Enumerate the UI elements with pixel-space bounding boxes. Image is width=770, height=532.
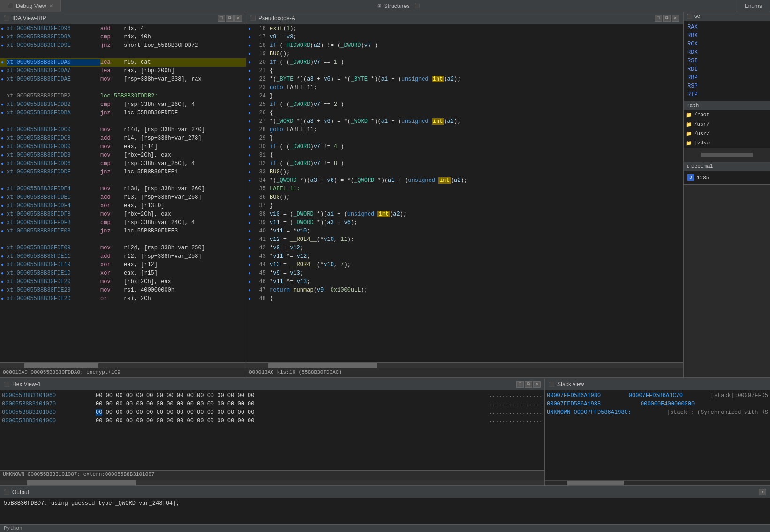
stack-hscroll[interactable] — [545, 480, 770, 485]
pseudo-line[interactable]: ●23goto LABEL_11; — [246, 83, 683, 92]
register-item[interactable]: RSP — [686, 82, 768, 90]
register-item[interactable]: RDI — [686, 65, 768, 74]
asm-line[interactable]: ●xt:000055B8B30FDE20mov[rbx+2Ch], eax — [0, 277, 246, 286]
structures-tab[interactable]: ⊞ Structures ⬛ — [61, 0, 737, 12]
ida-hscroll[interactable] — [0, 362, 246, 368]
debug-view-close[interactable]: ✕ — [49, 3, 53, 8]
ida-close-btn[interactable]: ✕ — [234, 15, 242, 22]
pseudo-line[interactable]: ●28goto LABEL_11; — [246, 126, 683, 134]
ida-float-btn[interactable]: ⧉ — [226, 15, 234, 22]
asm-line[interactable]: ●xt:000055B8B30FDDF8mov[rbx+2Ch], eax — [0, 210, 246, 218]
hex-line[interactable]: 000055B8B310107000 00 00 00 00 00 00 00 … — [2, 400, 543, 408]
pseudo-line[interactable]: ●44v13 = __ROR4__(*v10, 7); — [246, 261, 683, 269]
pseudo-line[interactable]: ●40*v11 = *v10; — [246, 227, 683, 235]
asm-line[interactable] — [0, 83, 246, 92]
pseudo-line[interactable]: ●39v11 = (_DWORD *)(a3 + v6); — [246, 218, 683, 227]
pseudo-line[interactable]: ●24} — [246, 92, 683, 100]
register-item[interactable]: RBP — [686, 74, 768, 82]
pseudo-line[interactable]: ●25if ( (_DWORD)v7 == 2 ) — [246, 100, 683, 109]
hex-close-btn[interactable]: ✕ — [533, 381, 541, 388]
asm-line[interactable]: ●xt:000055B8B30FDE11addr12, [rsp+338h+va… — [0, 252, 246, 261]
pseudo-line[interactable]: ●16exit(1); — [246, 24, 683, 33]
pseudo-line[interactable]: ●48} — [246, 294, 683, 303]
path-item[interactable]: 📁[vdso — [684, 138, 770, 148]
register-item[interactable]: RIP — [686, 90, 768, 99]
pseudo-line[interactable]: ●33BUG(); — [246, 168, 683, 176]
path-item[interactable]: 📁/usr/ — [684, 129, 770, 138]
asm-line[interactable]: ●xt:000055B8B30FDDC8addr14, [rsp+338h+va… — [0, 134, 246, 142]
hex-line[interactable]: 000055B8B310106000 00 00 00 00 00 00 00 … — [2, 391, 543, 400]
hex-float-btn[interactable]: ⧉ — [525, 381, 532, 388]
pseudo-line[interactable]: ●38v10 = (_DWORD *)(a1 + (unsigned int)a… — [246, 210, 683, 218]
asm-line[interactable]: ●xt:000055B8B30FDDA7learax, [rbp+200h] — [0, 67, 246, 75]
ida-minimize-btn[interactable]: □ — [218, 15, 225, 22]
path-item[interactable]: 📁/root — [684, 110, 770, 120]
asm-line[interactable]: ●xt:000055B8B30FDE1Dxoreax, [r15] — [0, 269, 246, 277]
pseudo-line[interactable]: ●37} — [246, 202, 683, 210]
pseudo-line[interactable]: ●21{ — [246, 67, 683, 75]
pseudo-line[interactable]: ●41v12 = __ROL4__(*v10, 11); — [246, 235, 683, 244]
ida-code-area[interactable]: ●xt:000055B8B30FDD96addrdx, 4●xt:000055B… — [0, 24, 246, 362]
asm-line[interactable]: ●xt:000055B8B30FDE09movr12d, [rsp+338h+v… — [0, 244, 246, 252]
pseudo-line[interactable]: ●19BUG(); — [246, 50, 683, 58]
output-close-btn[interactable]: ✕ — [759, 489, 766, 495]
pseudo-close-btn[interactable]: ✕ — [672, 15, 679, 22]
register-item[interactable]: RDX — [686, 48, 768, 57]
asm-line[interactable]: ●xt:000055B8B30FDDD0moveax, [r14] — [0, 142, 246, 151]
asm-line[interactable]: ●xt:000055B8B30FDDA0lear15, cat — [0, 58, 246, 67]
pseudo-line[interactable]: ●20if ( (_DWORD)v7 == 1 ) — [246, 58, 683, 67]
asm-line[interactable]: ●xt:000055B8B30FDDAEmov[rsp+338h+var_338… — [0, 75, 246, 83]
stack-area[interactable]: 00007FFD586A198000007FFD586A1C70[stack]:… — [545, 390, 770, 480]
pseudo-line[interactable]: ●22*(_BYTE *)(a3 + v6) = *(_BYTE *)(a1 +… — [246, 75, 683, 83]
asm-line[interactable]: ●xt:000055B8B30FDDECaddr13, [rsp+338h+va… — [0, 193, 246, 202]
pseudo-line[interactable]: ●26{ — [246, 109, 683, 117]
asm-line[interactable]: ●xt:000055B8B30FDDBAjnzloc_55B8B30FDEDF — [0, 109, 246, 117]
asm-line[interactable]: ●xt:000055B8B30FDD96addrdx, 4 — [0, 24, 246, 33]
pseudo-line[interactable]: ●36BUG(); — [246, 193, 683, 202]
pseudo-line[interactable]: ●43*v11 ^= v12; — [246, 252, 683, 261]
hex-minimize-btn[interactable]: □ — [516, 381, 524, 388]
asm-line[interactable]: xt:000055B8B30FDDB2loc_55B8B30FDDB2: — [0, 92, 246, 100]
pseudo-line[interactable]: ●29} — [246, 134, 683, 142]
asm-line[interactable]: ●xt:000055B8B30FDDD6cmp[rsp+338h+var_25C… — [0, 159, 246, 168]
asm-line[interactable]: ●xt:000055B8B30FDE2Dorrsi, 2Ch — [0, 294, 246, 303]
asm-line[interactable]: ●xt:000055B8B30FDDDEjnzloc_55B8B30FDEE1 — [0, 168, 246, 176]
pseudo-minimize-btn[interactable]: □ — [655, 15, 662, 22]
output-area[interactable]: 55B8B30FDBD7: using guessed type _QWORD … — [0, 498, 770, 524]
register-item[interactable]: RCX — [686, 40, 768, 48]
asm-line[interactable] — [0, 50, 246, 58]
pseudo-line[interactable]: 35LABEL_11: — [246, 185, 683, 193]
hex-hscroll[interactable] — [0, 480, 544, 485]
pseudo-line[interactable]: ●17v9 = v8; — [246, 33, 683, 41]
pseudo-line[interactable]: ●27*(_WORD *)(a3 + v6) = *(_WORD *)(a1 +… — [246, 117, 683, 126]
pseudo-code-area[interactable]: ●16exit(1);●17v9 = v8;●18if ( HIDWORD(a2… — [246, 24, 683, 362]
pseudo-line[interactable]: ●30if ( (_DWORD)v7 != 4 ) — [246, 142, 683, 151]
asm-line[interactable]: ●xt:000055B8B30FDD9Acmprdx, 10h — [0, 33, 246, 41]
enums-tab[interactable]: Enums — [737, 0, 770, 12]
register-item[interactable]: RBX — [686, 31, 768, 40]
ida-hscroll-thumb[interactable] — [24, 363, 98, 368]
asm-line[interactable]: ●xt:000055B8B30FDD9Ejnzshort loc_55B8B30… — [0, 41, 246, 50]
asm-line[interactable]: ●xt:000055B8B30FDE23movrsi, 400000000h — [0, 286, 246, 294]
pseudo-line[interactable]: ●45*v9 = v13; — [246, 269, 683, 277]
pseudo-line[interactable]: ●46*v11 ^= v13; — [246, 277, 683, 286]
asm-line[interactable]: ●xt:000055B8B30FDDE4movr13d, [rsp+338h+v… — [0, 185, 246, 193]
pseudo-line[interactable]: ●34*(_QWORD *)(a3 + v6) = *(_QWORD *)(a1… — [246, 176, 683, 185]
pseudo-line[interactable]: ●18if ( HIDWORD(a2) != (_DWORD)v7 ) — [246, 41, 683, 50]
stack-line[interactable]: UNKNOWN 00007FFD586A1980:[stack]: (Synch… — [547, 408, 768, 417]
pseudo-line[interactable]: ●47return munmap(v9, 0x1000uLL); — [246, 286, 683, 294]
path-item[interactable]: 📁/usr/ — [684, 120, 770, 129]
debug-view-tab[interactable]: ⬛ Debug View ✕ — [0, 0, 61, 12]
path-scrollbar[interactable] — [684, 148, 770, 162]
asm-line[interactable] — [0, 176, 246, 185]
asm-line[interactable]: ●xt:000055B8B30FDE19xoreax, [r12] — [0, 261, 246, 269]
decimal-item[interactable]: D1285 — [686, 173, 768, 182]
stack-line[interactable]: 00007FFD586A198000007FFD586A1C70[stack]:… — [547, 391, 768, 400]
register-item[interactable]: RAX — [686, 23, 768, 31]
asm-line[interactable] — [0, 235, 246, 244]
hex-hscroll-thumb[interactable] — [27, 480, 136, 485]
asm-line[interactable]: ●xt:000055B8B30FDDD3mov[rbx+2Ch], eax — [0, 151, 246, 159]
asm-line[interactable] — [0, 117, 246, 126]
asm-line[interactable]: ●xt:000055B8B30FDDF4xoreax, [r13+0] — [0, 202, 246, 210]
asm-line[interactable]: ●xt:000055B8B30FDE03jnzloc_55B8B30FDEE3 — [0, 227, 246, 235]
